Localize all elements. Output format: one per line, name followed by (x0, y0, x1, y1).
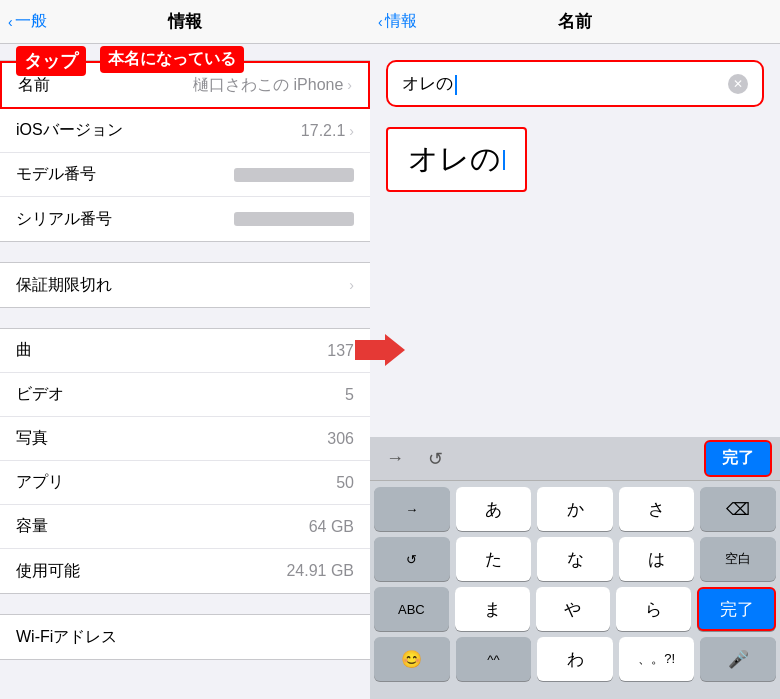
stats-row-5: 使用可能 24.91 GB (0, 549, 370, 593)
keyboard-container: → ↺ 完了 → あ か さ ⌫ ↺ た な は 空白 (370, 437, 780, 699)
key-ka[interactable]: か (537, 487, 613, 531)
key-wa[interactable]: わ (537, 637, 613, 681)
key-done-main[interactable]: 完了 (697, 587, 776, 631)
warranty-chevron: › (349, 277, 354, 293)
serial-row: シリアル番号 (0, 197, 370, 241)
model-value (234, 168, 354, 182)
key-hat[interactable]: ^^ (456, 637, 532, 681)
name-chevron: › (347, 77, 352, 93)
stats-row-1: ビデオ 5 (0, 373, 370, 417)
key-row-2: ↺ た な は 空白 (374, 537, 776, 581)
photos-label: 写真 (16, 428, 48, 449)
apps-label: アプリ (16, 472, 64, 493)
songs-value: 137 (327, 342, 354, 360)
name-value: 樋口さわこの iPhone › (193, 75, 352, 96)
photos-value: 306 (327, 430, 354, 448)
songs-label: 曲 (16, 340, 32, 361)
toolbar-arrow-left[interactable]: → (378, 444, 412, 473)
wifi-group: Wi-Fiアドレス (0, 614, 370, 660)
key-backspace[interactable]: ⌫ (700, 487, 776, 531)
key-ha[interactable]: は (619, 537, 695, 581)
available-label: 使用可能 (16, 561, 80, 582)
arrow-container (355, 332, 405, 368)
annotation-tap: タップ (16, 46, 86, 76)
capacity-label: 容量 (16, 516, 48, 537)
key-undo[interactable]: ↺ (374, 537, 450, 581)
keyboard-toolbar: → ↺ 完了 (370, 437, 780, 481)
ios-chevron: › (349, 123, 354, 139)
video-label: ビデオ (16, 384, 64, 405)
serial-value (234, 212, 354, 226)
wifi-label: Wi-Fiアドレス (16, 627, 117, 648)
key-na[interactable]: な (537, 537, 613, 581)
available-value: 24.91 GB (286, 562, 354, 580)
key-ra[interactable]: ら (616, 587, 691, 631)
text-cursor (455, 75, 457, 95)
model-gray-bar (234, 168, 354, 182)
key-arrow[interactable]: → (374, 487, 450, 531)
serial-gray-bar (234, 212, 354, 226)
key-ma[interactable]: ま (455, 587, 530, 631)
ios-label: iOSバージョン (16, 120, 123, 141)
apps-value: 50 (336, 474, 354, 492)
key-ya[interactable]: や (536, 587, 611, 631)
stats-row-0: 曲 137 (0, 329, 370, 373)
preview-box: オレの (386, 127, 527, 192)
left-nav-title: 情報 (168, 10, 202, 33)
right-back-button[interactable]: ‹ 情報 (378, 11, 417, 32)
right-back-label: 情報 (385, 11, 417, 32)
warranty-label: 保証期限切れ (16, 275, 112, 296)
model-row: モデル番号 (0, 153, 370, 197)
key-abc[interactable]: ABC (374, 587, 449, 631)
left-settings-section: 名前 樋口さわこの iPhone › iOSバージョン 17.2.1 › モデル… (0, 44, 370, 680)
left-panel: ‹ 一般 情報 名前 樋口さわこの iPhone › iOSバージョン 17.2… (0, 0, 370, 699)
serial-label: シリアル番号 (16, 209, 112, 230)
right-back-chevron: ‹ (378, 14, 383, 30)
key-space[interactable]: 空白 (700, 537, 776, 581)
name-input-value: オレの (402, 72, 457, 95)
key-mic[interactable]: 🎤 (700, 637, 776, 681)
warranty-group: 保証期限切れ › (0, 262, 370, 308)
stats-group: 曲 137 ビデオ 5 写真 306 アプリ 50 容量 64 GB 使用可能 … (0, 328, 370, 594)
capacity-value: 64 GB (309, 518, 354, 536)
name-label: 名前 (18, 75, 50, 96)
svg-marker-0 (355, 334, 405, 366)
video-value: 5 (345, 386, 354, 404)
preview-cursor (503, 150, 505, 170)
annotation-honmei: 本名になっている (100, 46, 244, 73)
left-back-label: 一般 (15, 11, 47, 32)
key-row-4: 😊 ^^ わ 、。?! 🎤 (374, 637, 776, 681)
preview-area: オレの (386, 127, 764, 192)
right-nav-bar: ‹ 情報 名前 (370, 0, 780, 44)
key-row-1: → あ か さ ⌫ (374, 487, 776, 531)
ios-version-row[interactable]: iOSバージョン 17.2.1 › (0, 109, 370, 153)
model-label: モデル番号 (16, 164, 96, 185)
stats-row-2: 写真 306 (0, 417, 370, 461)
key-ta[interactable]: た (456, 537, 532, 581)
wifi-row: Wi-Fiアドレス (0, 615, 370, 659)
right-panel: ‹ 情報 名前 オレの ✕ オレの → ↺ 完了 → あ か (370, 0, 780, 699)
key-a[interactable]: あ (456, 487, 532, 531)
top-settings-group: 名前 樋口さわこの iPhone › iOSバージョン 17.2.1 › モデル… (0, 60, 370, 242)
left-back-button[interactable]: ‹ 一般 (8, 11, 47, 32)
keyboard-main-rows: → あ か さ ⌫ ↺ た な は 空白 ABC ま や ら 完了 (370, 481, 780, 691)
red-arrow-icon (355, 332, 405, 368)
ios-value: 17.2.1 › (301, 122, 354, 140)
stats-row-4: 容量 64 GB (0, 505, 370, 549)
key-emoji[interactable]: 😊 (374, 637, 450, 681)
key-punctuation[interactable]: 、。?! (619, 637, 695, 681)
toolbar-undo[interactable]: ↺ (420, 444, 451, 474)
warranty-row[interactable]: 保証期限切れ › (0, 263, 370, 307)
keyboard-bottom-spacer (370, 691, 780, 699)
key-sa[interactable]: さ (619, 487, 695, 531)
name-input-wrapper[interactable]: オレの ✕ (386, 60, 764, 107)
right-nav-title: 名前 (558, 10, 592, 33)
toolbar-done-button[interactable]: 完了 (704, 440, 772, 477)
left-nav-bar: ‹ 一般 情報 (0, 0, 370, 44)
left-back-chevron: ‹ (8, 14, 13, 30)
clear-input-button[interactable]: ✕ (728, 74, 748, 94)
stats-row-3: アプリ 50 (0, 461, 370, 505)
key-row-3: ABC ま や ら 完了 (374, 587, 776, 631)
